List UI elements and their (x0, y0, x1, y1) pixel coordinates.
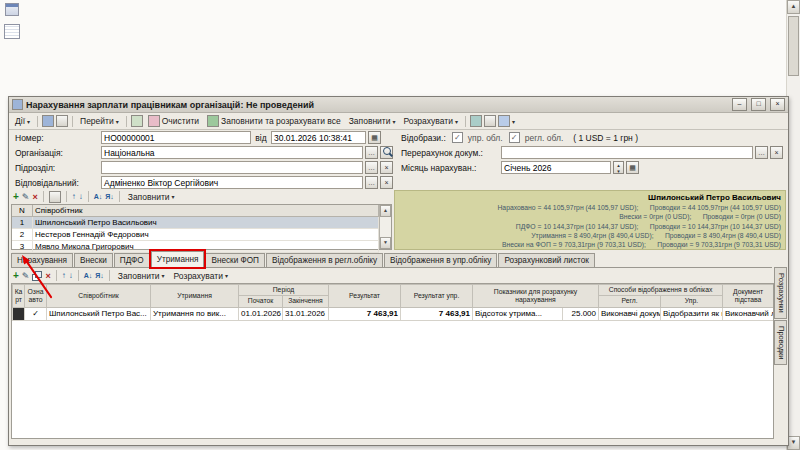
fill-employees-button[interactable]: Заповнити ▾ (125, 190, 178, 203)
sort-desc-icon[interactable]: Я↓ (105, 193, 114, 200)
cell-method-mgmt[interactable]: Відобразити як нар. і утр. (661, 307, 723, 320)
actions-button[interactable]: Дії ▾ (12, 115, 33, 128)
sort-desc-icon[interactable]: Я↓ (95, 272, 104, 279)
header-method-reg[interactable]: Регл. (599, 295, 661, 307)
cell-deduction[interactable]: Утримання по вик... (151, 307, 239, 320)
clear-field-icon[interactable]: × (380, 161, 393, 174)
cell-indicator-value[interactable]: 25.000 (563, 307, 599, 320)
fill-button[interactable]: Заповнити ▾ (346, 115, 399, 128)
cell-result[interactable]: 7 463,91 (329, 307, 401, 320)
header-result-mgmt[interactable]: Результат упр. (401, 285, 473, 308)
tab-payslip[interactable]: Розрахунковий листок (498, 253, 594, 267)
edit-row-icon[interactable]: ✎ (22, 192, 30, 202)
copy-row-icon[interactable] (32, 271, 42, 281)
header-methods[interactable]: Способи відображення в обліках (599, 285, 723, 296)
organization-field[interactable]: Національна (101, 146, 363, 159)
copy-doc-icon[interactable] (56, 115, 68, 127)
scrollbar-track[interactable] (380, 217, 391, 237)
clear-field-icon[interactable]: × (380, 176, 393, 189)
checkbox-mgmt-accounting[interactable]: ✓ (452, 132, 463, 143)
header-indicators[interactable]: Показники для розрахунку нарахування (473, 285, 599, 308)
clear-field-icon[interactable]: × (770, 146, 783, 159)
header-result[interactable]: Результат (329, 285, 401, 308)
document-list-icon[interactable] (4, 24, 20, 39)
header-deduction[interactable]: Утримання (151, 285, 239, 308)
fill-grid-button[interactable]: Заповнити ▾ (115, 269, 168, 282)
choose-icon[interactable]: … (365, 161, 378, 174)
employee-row[interactable]: 2 Нестеров Геннадій Федорович (12, 229, 379, 241)
employee-row[interactable]: 1 Шпилонський Петро Васильович (12, 217, 379, 229)
add-row-icon[interactable]: + (13, 192, 19, 202)
tab-utrymannya[interactable]: Утримання (151, 251, 205, 267)
choose-icon[interactable]: … (755, 146, 768, 159)
recalc-field[interactable] (501, 146, 753, 159)
scroll-up-icon[interactable]: ▲ (787, 0, 800, 14)
add-row-icon[interactable]: + (13, 271, 19, 281)
sort-asc-icon[interactable]: А↓ (84, 272, 93, 279)
scroll-down-icon[interactable]: ▼ (380, 237, 391, 249)
table-icon[interactable] (484, 115, 496, 127)
minimize-button[interactable]: – (732, 98, 747, 111)
month-field[interactable]: Січень 2026 (501, 161, 611, 174)
cell-indicator-name[interactable]: Відсоток утрима... (473, 307, 563, 320)
employees-scrollbar[interactable]: ▲ ▼ (379, 205, 391, 249)
cell-period-end[interactable]: 31.01.2026 (283, 307, 329, 320)
list-settings-icon[interactable] (49, 191, 61, 203)
tab-vnesky[interactable]: Внески (74, 253, 113, 267)
report-icon[interactable] (470, 115, 482, 127)
move-down-icon[interactable]: ↓ (69, 271, 73, 280)
calendar-icon[interactable]: ▦ (368, 131, 381, 144)
delete-row-icon[interactable]: × (45, 271, 50, 281)
department-field[interactable] (101, 161, 363, 174)
header-method-mgmt[interactable]: Упр. (661, 295, 723, 307)
tab-narahuvannya[interactable]: Нарахування (11, 253, 73, 267)
move-up-icon[interactable]: ↑ (62, 271, 66, 280)
tab-mgmt-accounting[interactable]: Відображення в упр.обліку (384, 253, 497, 267)
header-card[interactable]: Ка рт (13, 285, 25, 308)
edit-row-icon[interactable]: ✎ (22, 271, 30, 281)
number-field[interactable]: НО00000001 (101, 131, 251, 144)
close-button[interactable]: × (770, 98, 785, 111)
header-period[interactable]: Період (239, 285, 329, 296)
header-auto[interactable]: Озна авто (25, 285, 47, 308)
delete-row-icon[interactable]: × (32, 192, 37, 202)
header-doc[interactable]: Документ підстава (723, 285, 774, 308)
side-tab-rozrahunky[interactable]: Розрахунки (774, 267, 787, 319)
checkbox-reg-accounting[interactable]: ✓ (509, 132, 520, 143)
chart-icon[interactable] (498, 115, 510, 127)
lookup-icon[interactable] (380, 146, 393, 159)
cell-period-start[interactable]: 01.01.2026 (239, 307, 283, 320)
tab-pdfo[interactable]: ПДФО (114, 253, 150, 267)
goto-button[interactable]: Перейти ▾ (77, 115, 122, 128)
choose-icon[interactable]: … (365, 146, 378, 159)
move-up-icon[interactable]: ↑ (72, 192, 76, 201)
app-window-icon[interactable] (5, 3, 19, 16)
choose-icon[interactable]: … (365, 176, 378, 189)
cell-employee[interactable]: Шпилонський Петро Вас... (47, 307, 151, 320)
header-period-end[interactable]: Закінчення (283, 295, 329, 307)
month-spinner[interactable]: ▴ ▾ (613, 161, 624, 174)
side-tab-provodky[interactable]: Проводки (774, 320, 787, 366)
scrollbar-thumb[interactable] (788, 16, 799, 76)
grid-row[interactable]: ✓ Шпилонський Петро Вас... Утримання по … (13, 307, 774, 320)
date-field[interactable]: 30.01.2026 10:38:41 (271, 131, 366, 144)
tab-vnesky-fop[interactable]: Внески ФОП (205, 253, 265, 267)
refresh-icon[interactable] (131, 115, 143, 127)
tab-reg-accounting[interactable]: Відображення в регл.обліку (266, 253, 383, 267)
cell-result-mgmt[interactable]: 7 463,91 (401, 307, 473, 320)
calculate-button[interactable]: Розрахувати ▾ (401, 115, 461, 128)
calendar-icon[interactable]: ▦ (626, 161, 639, 174)
header-employee[interactable]: Співробітник (47, 285, 151, 308)
cell-doc[interactable]: Виконавчий лист НО0000... (723, 307, 774, 320)
cell-method-reg[interactable]: Виконавчі документи (599, 307, 661, 320)
maximize-button[interactable]: □ (751, 98, 766, 111)
clear-button[interactable]: Очистити (145, 115, 202, 128)
auto-calc-checkbox[interactable]: ✓ (25, 307, 47, 320)
responsible-field[interactable]: Адміненко Віктор Сергійович (101, 176, 363, 189)
fill-and-calculate-all-button[interactable]: Заповнити та розрахувати все (204, 115, 344, 128)
save-icon[interactable] (42, 115, 54, 127)
scroll-up-icon[interactable]: ▲ (380, 205, 391, 217)
sort-asc-icon[interactable]: А↓ (94, 193, 103, 200)
move-down-icon[interactable]: ↓ (79, 192, 83, 201)
header-period-start[interactable]: Початок (239, 295, 283, 307)
